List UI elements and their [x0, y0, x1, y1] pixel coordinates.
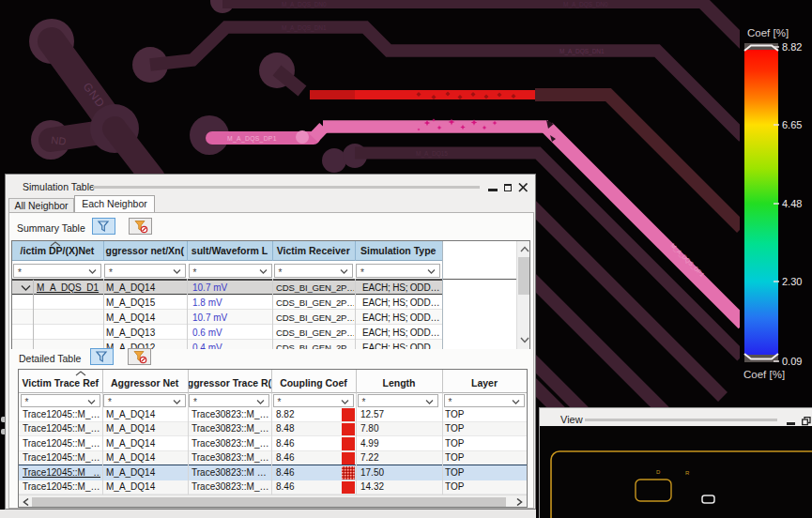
svg-text:M_A_DQS_DP1: M_A_DQS_DP1 — [227, 135, 277, 143]
svg-text:M_A_DQ15: M_A_DQ15 — [416, 150, 448, 158]
svg-text:4.48: 4.48 — [782, 198, 802, 209]
svg-text:M_A_DQS_DN0: M_A_DQS_DN0 — [563, 1, 608, 8]
svg-text:Coef [%]: Coef [%] — [747, 27, 789, 38]
svg-text:R: R — [685, 470, 690, 476]
svg-text:2.30: 2.30 — [782, 276, 802, 287]
svg-text:M_A_DQS_DN1: M_A_DQS_DN1 — [282, 24, 327, 32]
svg-text:6.65: 6.65 — [782, 119, 802, 130]
svg-text:M_A_DQS_DN0: M_A_DQS_DN0 — [282, 1, 327, 8]
svg-text:0.09: 0.09 — [782, 356, 802, 367]
svg-text:D: D — [656, 469, 661, 475]
svg-text:8.82: 8.82 — [782, 41, 802, 53]
svg-text:Coef [%]: Coef [%] — [743, 369, 785, 380]
svg-text:M_A_DQS_DN1: M_A_DQS_DN1 — [559, 48, 605, 55]
svg-text:ND: ND — [51, 134, 67, 147]
